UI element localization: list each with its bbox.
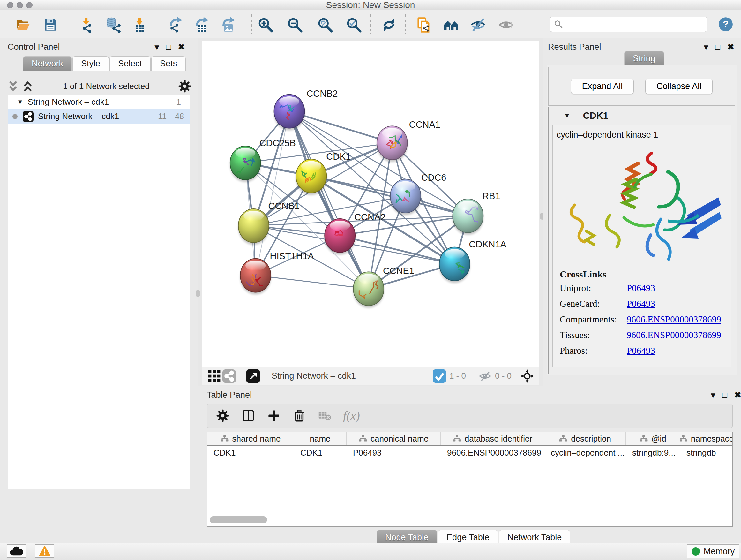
- first-neighbors-button[interactable]: [442, 16, 460, 34]
- search-field[interactable]: [549, 17, 707, 32]
- crosslink-link[interactable]: P06493: [627, 283, 655, 294]
- network-node[interactable]: [230, 146, 261, 182]
- table-horizontal-scrollbar[interactable]: [207, 516, 732, 524]
- panel-close-icon[interactable]: ✖: [178, 43, 185, 51]
- panel-menu-icon[interactable]: ▾: [704, 43, 708, 51]
- network-node[interactable]: [239, 209, 269, 245]
- crosslink-link[interactable]: 9606.ENSP00000378699: [627, 330, 721, 340]
- gene-section-header[interactable]: ▼ CDK1: [549, 107, 735, 124]
- open-folder-icon: [17, 20, 30, 30]
- cell-name[interactable]: CDK1: [294, 446, 347, 460]
- column-header-namespace[interactable]: namespace: [680, 432, 733, 445]
- crosslink-link[interactable]: P06493: [627, 346, 655, 356]
- network-node[interactable]: [390, 179, 421, 215]
- import-network-file-button[interactable]: [77, 16, 95, 34]
- network-canvas[interactable]: CCNB2CCNA1CDC25BCDK1CDC6RB1CCNB1CCNA2CDK…: [202, 41, 539, 367]
- table-options-gear-icon[interactable]: [215, 408, 230, 423]
- help-button[interactable]: ?: [718, 16, 734, 33]
- cell-id[interactable]: stringdb:9...: [626, 446, 680, 460]
- zoom-out-button[interactable]: [286, 16, 304, 34]
- panel-menu-icon[interactable]: ▾: [711, 391, 715, 399]
- table-row[interactable]: CDK1CDK1P064939606.ENSP00000378699cyclin…: [207, 446, 732, 460]
- export-network-button[interactable]: [168, 16, 186, 34]
- search-input[interactable]: [563, 19, 697, 29]
- panel-float-icon[interactable]: □: [715, 43, 720, 51]
- export-image-button[interactable]: [220, 16, 239, 34]
- network-options-gear-icon[interactable]: [178, 79, 192, 94]
- expand-all-button[interactable]: Expand All: [571, 78, 634, 94]
- panel-float-icon[interactable]: □: [166, 43, 171, 51]
- network-collection-row[interactable]: ▼ String Network – cdk1 1: [8, 95, 190, 109]
- open-session-button[interactable]: [14, 16, 32, 34]
- network-node[interactable]: [453, 199, 483, 235]
- crosslink-link[interactable]: 9606.ENSP00000378699: [627, 314, 721, 325]
- node-table[interactable]: shared namenamecanonical namedatabase id…: [207, 432, 733, 527]
- cell-description[interactable]: cyclin–dependent ...: [544, 446, 626, 460]
- save-session-button[interactable]: [42, 16, 59, 34]
- network-node[interactable]: [296, 159, 327, 195]
- column-header-databaseidentifier[interactable]: database identifier: [441, 432, 544, 445]
- delete-column-icon[interactable]: [292, 408, 307, 423]
- gene-description: cyclin–dependent kinase 1: [553, 125, 731, 140]
- network-node[interactable]: [377, 126, 408, 162]
- import-table-file-button[interactable]: [131, 16, 149, 34]
- network-node[interactable]: [240, 259, 271, 295]
- network-node[interactable]: [353, 272, 384, 308]
- crosslink-link[interactable]: P06493: [627, 299, 655, 309]
- grid-view-icon[interactable]: [207, 369, 222, 383]
- birds-eye-view-icon[interactable]: [246, 369, 260, 383]
- select-columns-icon[interactable]: [241, 408, 256, 423]
- string-view-icon[interactable]: [222, 369, 237, 383]
- cell-sharedname[interactable]: CDK1: [207, 446, 294, 460]
- zoom-in-button[interactable]: [257, 16, 274, 34]
- zoom-fit-button[interactable]: [316, 16, 334, 34]
- window-minimize-button[interactable]: [17, 2, 23, 8]
- panel-close-icon[interactable]: ✖: [734, 391, 741, 399]
- collapse-all-button[interactable]: Collapse All: [645, 78, 713, 94]
- hide-selected-button[interactable]: [469, 16, 487, 34]
- refresh-button[interactable]: [380, 16, 398, 34]
- column-header-name[interactable]: name: [294, 432, 347, 445]
- tab-string[interactable]: String: [624, 51, 664, 66]
- column-header-description[interactable]: description: [544, 432, 626, 445]
- tab-sets[interactable]: Sets: [151, 56, 186, 71]
- export-table-button[interactable]: [194, 16, 212, 34]
- tab-style[interactable]: Style: [72, 56, 109, 71]
- zoom-selected-button[interactable]: [345, 16, 363, 34]
- scrollbar-thumb[interactable]: [210, 516, 267, 523]
- expand-all-icon[interactable]: [20, 79, 35, 94]
- panel-close-icon[interactable]: ✖: [727, 43, 734, 51]
- memory-button[interactable]: Memory: [687, 544, 739, 558]
- cell-databaseidentifier[interactable]: 9606.ENSP00000378699: [441, 446, 544, 460]
- column-header-sharedname[interactable]: shared name: [207, 432, 294, 445]
- network-node[interactable]: [274, 95, 305, 131]
- import-network-database-button[interactable]: [105, 16, 122, 34]
- selected-checkbox-icon[interactable]: [432, 369, 447, 383]
- cell-canonicalname[interactable]: P06493: [347, 446, 441, 460]
- panel-float-icon[interactable]: □: [722, 391, 727, 399]
- window-zoom-button[interactable]: [26, 2, 32, 8]
- column-header-id[interactable]: @id: [626, 432, 680, 445]
- collapse-all-icon[interactable]: [6, 79, 20, 94]
- cell-namespace[interactable]: stringdb: [680, 446, 733, 460]
- window-close-button[interactable]: [7, 2, 13, 8]
- warning-status-button[interactable]: [35, 544, 54, 558]
- add-column-icon[interactable]: [266, 408, 281, 423]
- pan-crosshair-icon[interactable]: [520, 369, 535, 383]
- hidden-eye-icon[interactable]: [478, 369, 492, 383]
- network-node[interactable]: [440, 247, 470, 283]
- tree-expand-icon[interactable]: ▼: [17, 98, 23, 106]
- svg-text:RB1: RB1: [482, 191, 500, 201]
- show-all-button[interactable]: [497, 16, 515, 34]
- section-collapse-icon[interactable]: ▼: [564, 112, 570, 119]
- help-icon: ?: [718, 16, 734, 32]
- left-splitter-handle[interactable]: [196, 290, 200, 297]
- tab-select[interactable]: Select: [110, 56, 151, 71]
- column-header-canonicalname[interactable]: canonical name: [347, 432, 441, 445]
- tab-network[interactable]: Network: [23, 56, 72, 71]
- panel-menu-icon[interactable]: ▾: [155, 43, 159, 51]
- network-node[interactable]: [325, 219, 355, 255]
- duplicate-network-button[interactable]: [415, 16, 433, 34]
- network-row-selected[interactable]: String Network – cdk1 11 48: [8, 109, 190, 124]
- cloud-status-button[interactable]: [7, 544, 26, 558]
